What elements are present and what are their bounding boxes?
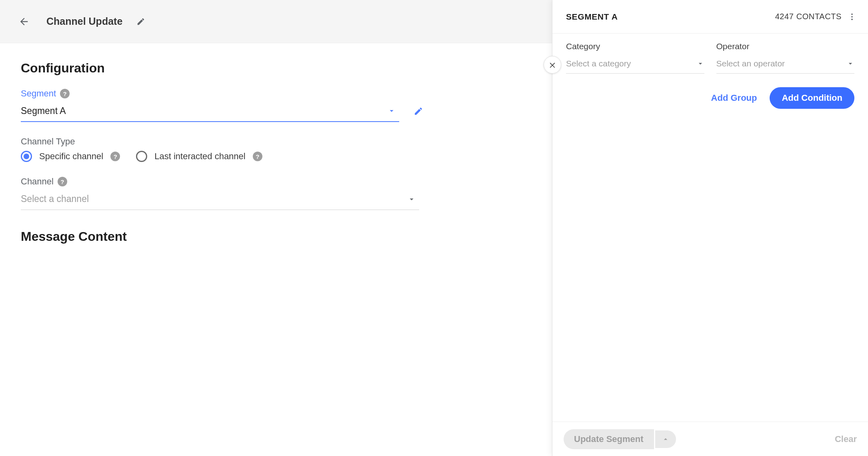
channel-label: Channel <box>21 176 54 187</box>
update-segment-button[interactable]: Update Segment <box>564 429 654 449</box>
svg-point-2 <box>851 18 853 20</box>
category-select-placeholder: Select a category <box>566 59 631 68</box>
message-content-heading: Message Content <box>21 229 419 244</box>
condition-actions: Add Group Add Condition <box>566 87 854 109</box>
category-label: Category <box>566 42 704 51</box>
side-panel-title: SEGMENT A <box>566 12 618 22</box>
channel-type-radio-group: Specific channel ? Last interacted chann… <box>21 151 419 162</box>
configuration-heading: Configuration <box>21 61 419 76</box>
help-icon[interactable]: ? <box>60 89 70 98</box>
chevron-down-icon <box>387 106 396 115</box>
edit-title-button[interactable] <box>133 14 149 30</box>
chevron-down-icon <box>407 195 416 204</box>
channel-type-label-row: Channel Type <box>21 136 419 147</box>
condition-row: Category Select a category Operator Sele… <box>566 42 854 74</box>
side-panel-body: Category Select a category Operator Sele… <box>552 34 868 422</box>
channel-label-row: Channel ? <box>21 176 419 187</box>
svg-point-1 <box>851 16 853 18</box>
chevron-up-icon <box>662 435 670 443</box>
kebab-icon <box>848 12 856 21</box>
contacts-count: 4247 CONTACTS <box>775 12 842 21</box>
help-icon[interactable]: ? <box>58 177 67 186</box>
chevron-down-icon <box>696 60 704 68</box>
page-title: Channel Update <box>46 16 122 27</box>
channel-type-label: Channel Type <box>21 136 75 147</box>
update-segment-caret[interactable] <box>655 430 676 448</box>
configuration-section: Configuration Segment ? Segment A <box>0 43 440 274</box>
channel-type-field: Channel Type Specific channel ? Last int… <box>21 136 419 162</box>
arrow-left-icon <box>18 16 30 27</box>
radio-icon <box>21 151 32 162</box>
category-select[interactable]: Select a category <box>566 54 704 74</box>
add-group-button[interactable]: Add Group <box>709 89 760 107</box>
pencil-icon <box>414 106 423 116</box>
channel-select[interactable]: Select a channel <box>21 188 419 210</box>
condition-operator-field: Operator Select an operator <box>716 42 855 74</box>
operator-label: Operator <box>716 42 855 51</box>
pencil-icon <box>136 17 145 26</box>
help-icon[interactable]: ? <box>253 152 262 161</box>
segment-select-value: Segment A <box>21 106 66 116</box>
operator-select[interactable]: Select an operator <box>716 54 855 74</box>
condition-category-field: Category Select a category <box>566 42 704 74</box>
close-panel-button[interactable] <box>544 56 561 74</box>
radio-specific-channel[interactable]: Specific channel ? <box>21 151 120 162</box>
close-icon <box>548 61 556 69</box>
segment-label-row: Segment ? <box>21 88 419 99</box>
back-button[interactable] <box>16 14 32 30</box>
operator-select-placeholder: Select an operator <box>716 59 785 68</box>
help-icon[interactable]: ? <box>110 152 120 161</box>
segment-select[interactable]: Segment A <box>21 100 399 122</box>
segment-side-panel: SEGMENT A 4247 CONTACTS Cate <box>552 0 868 456</box>
update-segment-split-button[interactable]: Update Segment <box>564 429 676 449</box>
radio-last-interacted-channel[interactable]: Last interacted channel ? <box>136 151 262 162</box>
radio-icon <box>136 151 147 162</box>
segment-label: Segment <box>21 88 56 99</box>
channel-field: Channel ? Select a channel <box>21 176 419 210</box>
radio-label: Last interacted channel <box>154 151 246 162</box>
side-panel-header: SEGMENT A 4247 CONTACTS <box>552 0 868 34</box>
edit-segment-button[interactable] <box>414 103 423 119</box>
channel-select-placeholder: Select a channel <box>21 194 89 204</box>
add-condition-button[interactable]: Add Condition <box>770 87 854 109</box>
clear-button[interactable]: Clear <box>835 434 857 444</box>
svg-point-0 <box>851 13 853 15</box>
panel-menu-button[interactable] <box>846 10 858 23</box>
segment-field: Segment ? Segment A <box>21 88 419 122</box>
side-panel-footer: Update Segment Clear <box>552 422 868 456</box>
radio-label: Specific channel <box>39 151 103 162</box>
chevron-down-icon <box>846 60 854 68</box>
